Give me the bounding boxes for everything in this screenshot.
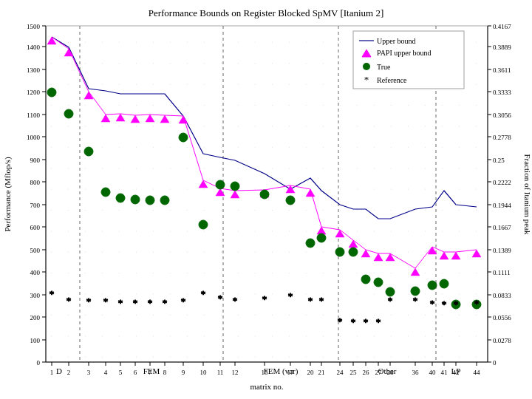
svg-point-151 <box>131 195 140 204</box>
svg-point-160 <box>306 239 315 248</box>
svg-text:42: 42 <box>453 369 460 376</box>
svg-text:1: 1 <box>50 369 54 376</box>
svg-text:*: * <box>118 297 123 308</box>
svg-text:800: 800 <box>30 179 41 186</box>
svg-point-159 <box>286 196 295 205</box>
svg-text:200: 200 <box>30 314 41 321</box>
svg-text:7: 7 <box>149 369 152 376</box>
legend-upper-bound-label: Upper bound <box>377 37 416 45</box>
svg-text:0.3889: 0.3889 <box>493 44 511 51</box>
legend-true-label: True <box>377 63 391 71</box>
svg-text:0.0278: 0.0278 <box>493 337 511 344</box>
svg-text:*: * <box>308 295 313 306</box>
svg-text:9: 9 <box>182 369 185 376</box>
svg-text:*: * <box>233 295 238 306</box>
svg-text:900: 900 <box>30 157 41 164</box>
svg-text:0: 0 <box>493 359 497 366</box>
svg-text:*: * <box>201 288 206 299</box>
svg-text:0.1944: 0.1944 <box>493 202 511 209</box>
svg-text:0.3611: 0.3611 <box>493 66 511 74</box>
legend-reference-label: Reference <box>377 76 407 84</box>
svg-text:6: 6 <box>134 369 137 376</box>
svg-text:8: 8 <box>163 369 167 376</box>
svg-text:15: 15 <box>262 369 269 376</box>
chart-container: Performance Bounds on Register Blocked S… <box>0 0 532 399</box>
legend-papi-label: PAPI upper bound <box>377 49 432 57</box>
svg-text:1400: 1400 <box>27 44 41 51</box>
svg-point-158 <box>260 190 269 199</box>
svg-text:12: 12 <box>232 369 239 376</box>
svg-text:0.1111: 0.1111 <box>493 269 511 276</box>
svg-text:*: * <box>103 296 109 307</box>
svg-text:300: 300 <box>30 292 41 299</box>
svg-text:*: * <box>163 297 168 308</box>
svg-text:0.1667: 0.1667 <box>493 224 511 231</box>
y-axis-left-label: Performance (Mflop/s) <box>3 157 13 231</box>
chart-svg: Performance Bounds on Register Blocked S… <box>0 0 532 399</box>
svg-point-164 <box>361 275 370 284</box>
svg-text:0.2222: 0.2222 <box>493 179 511 186</box>
svg-text:*: * <box>181 296 186 307</box>
svg-text:500: 500 <box>30 247 41 254</box>
svg-point-157 <box>231 182 239 191</box>
svg-text:*: * <box>319 295 324 306</box>
svg-text:0.1389: 0.1389 <box>493 247 511 254</box>
svg-text:0.2778: 0.2778 <box>493 134 511 141</box>
legend-true-circle <box>363 63 370 70</box>
svg-text:26: 26 <box>363 369 370 376</box>
svg-text:*: * <box>288 290 293 301</box>
svg-point-165 <box>374 278 383 287</box>
svg-point-147 <box>64 109 73 118</box>
svg-point-161 <box>317 233 326 242</box>
x-axis-label: matrix no. <box>250 382 283 391</box>
svg-text:21: 21 <box>318 369 325 376</box>
svg-text:2: 2 <box>67 369 71 376</box>
svg-text:0.25: 0.25 <box>493 157 505 164</box>
svg-text:*: * <box>218 293 223 304</box>
svg-text:0.3333: 0.3333 <box>493 89 511 96</box>
svg-text:10: 10 <box>200 369 208 376</box>
svg-text:*: * <box>454 299 459 310</box>
svg-text:400: 400 <box>30 269 41 276</box>
svg-point-168 <box>428 281 437 290</box>
svg-text:0.4167: 0.4167 <box>493 23 511 30</box>
svg-point-148 <box>84 147 93 156</box>
svg-text:24: 24 <box>337 369 344 376</box>
cat-d: D <box>56 366 62 375</box>
svg-text:*: * <box>262 293 267 304</box>
svg-text:1200: 1200 <box>27 89 41 96</box>
svg-text:*: * <box>351 316 356 327</box>
svg-text:0: 0 <box>37 359 41 366</box>
svg-text:1500: 1500 <box>27 23 41 30</box>
svg-point-162 <box>335 248 344 256</box>
svg-text:36: 36 <box>412 369 420 376</box>
svg-text:*: * <box>388 295 393 306</box>
svg-text:40: 40 <box>429 369 437 376</box>
svg-point-163 <box>349 248 358 256</box>
svg-text:5: 5 <box>119 369 123 376</box>
svg-point-153 <box>160 196 169 205</box>
svg-text:*: * <box>66 295 72 306</box>
svg-text:0.3056: 0.3056 <box>493 112 511 119</box>
svg-text:20: 20 <box>307 369 315 376</box>
svg-text:44: 44 <box>474 369 481 376</box>
svg-text:100: 100 <box>30 337 41 344</box>
svg-text:17: 17 <box>287 369 295 376</box>
legend-reference-asterisk: * <box>364 74 369 85</box>
svg-text:0.0556: 0.0556 <box>493 314 511 321</box>
svg-text:*: * <box>50 288 55 299</box>
svg-text:1300: 1300 <box>27 66 41 74</box>
svg-text:700: 700 <box>30 202 41 209</box>
svg-text:28: 28 <box>387 369 395 376</box>
svg-point-154 <box>179 133 188 142</box>
svg-text:*: * <box>148 297 153 308</box>
svg-text:0.0833: 0.0833 <box>493 292 511 299</box>
svg-point-169 <box>440 279 449 288</box>
svg-text:*: * <box>376 316 381 327</box>
svg-point-146 <box>47 88 56 97</box>
svg-text:1000: 1000 <box>27 134 41 141</box>
svg-text:*: * <box>86 296 92 307</box>
svg-text:*: * <box>364 316 369 327</box>
svg-point-156 <box>216 180 225 189</box>
svg-point-149 <box>101 188 110 197</box>
